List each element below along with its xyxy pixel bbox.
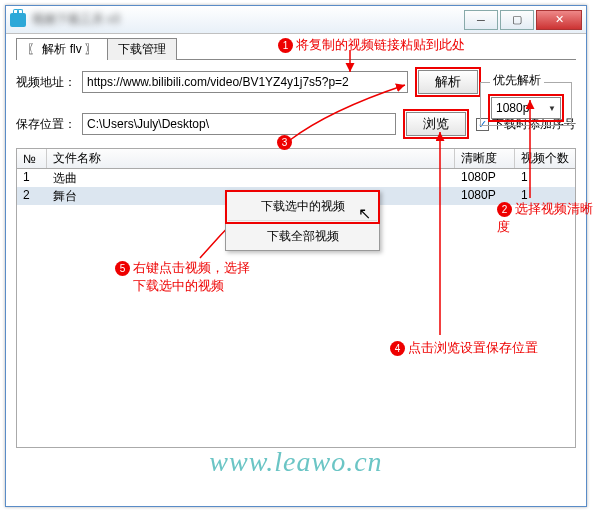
priority-label: 优先解析	[490, 72, 544, 89]
minimize-button[interactable]: ─	[464, 10, 498, 30]
ctx-download-all[interactable]: 下载全部视频	[226, 223, 379, 250]
cursor-icon: ↖	[358, 204, 371, 223]
priority-select[interactable]: 1080p ▼	[491, 97, 561, 119]
chevron-down-icon: ▼	[548, 104, 556, 113]
browse-button[interactable]: 浏览	[406, 112, 466, 136]
save-label: 保存位置：	[16, 116, 76, 133]
url-label: 视频地址：	[16, 74, 76, 91]
col-cnt[interactable]: 视频个数	[515, 149, 575, 168]
parse-button[interactable]: 解析	[418, 70, 478, 94]
watermark: www.leawo.cn	[6, 446, 586, 478]
titlebar: 视频下载工具 v3 ─ ▢ ✕	[6, 6, 586, 34]
priority-value: 1080p	[496, 101, 529, 115]
tab-manage[interactable]: 下载管理	[107, 38, 177, 60]
col-res[interactable]: 清晰度	[455, 149, 515, 168]
app-icon	[10, 13, 26, 27]
maximize-button[interactable]: ▢	[500, 10, 534, 30]
close-button[interactable]: ✕	[536, 10, 582, 30]
table-row[interactable]: 1 选曲 1080P 1	[17, 169, 575, 187]
context-menu: 下载选中的视频 下载全部视频	[225, 190, 380, 251]
col-name[interactable]: 文件名称	[47, 149, 455, 168]
tab-parse[interactable]: 〖 解析 flv 〗	[16, 38, 108, 60]
window-title: 视频下载工具 v3	[32, 11, 120, 28]
save-input[interactable]	[82, 113, 396, 135]
ctx-download-selected[interactable]: 下载选中的视频	[228, 193, 377, 221]
url-input[interactable]	[82, 71, 408, 93]
col-no[interactable]: №	[17, 149, 47, 168]
tab-bar: 〖 解析 flv 〗 下载管理	[16, 38, 576, 60]
